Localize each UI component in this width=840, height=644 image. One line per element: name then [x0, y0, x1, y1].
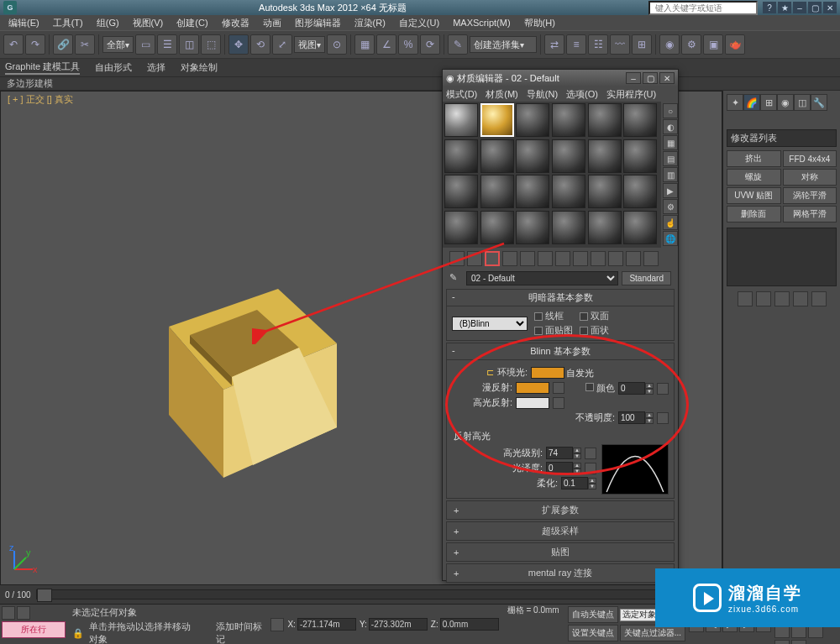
sample-slot[interactable]	[444, 103, 478, 137]
link-icon[interactable]: 🔗	[53, 34, 73, 55]
mod-uvwmap-button[interactable]: UVW 贴图	[727, 187, 781, 204]
scale-icon[interactable]: ⤢	[272, 34, 292, 55]
glossiness-spinner[interactable]: ▲▼	[546, 462, 581, 474]
video-color-icon[interactable]: ▥	[663, 167, 678, 182]
sample-slot[interactable]	[444, 139, 478, 173]
reset-map-icon[interactable]	[502, 251, 517, 266]
mod-extrude-button[interactable]: 挤出	[727, 150, 781, 167]
script-mini-icon[interactable]	[2, 606, 15, 620]
tab-objectpaint[interactable]: 对象绘制	[181, 61, 218, 74]
sample-slot[interactable]	[516, 139, 549, 173]
sample-slot[interactable]	[552, 139, 585, 173]
background-icon[interactable]: ▦	[663, 135, 678, 150]
selfillum-map-slot[interactable]	[657, 383, 669, 395]
dialog-minimize-button[interactable]: –	[626, 72, 641, 84]
facemap-checkbox[interactable]: 面贴图	[534, 324, 573, 337]
sample-slot[interactable]	[588, 175, 622, 208]
sample-slot[interactable]	[516, 175, 549, 208]
select-by-mat-icon[interactable]: ☝	[663, 215, 678, 230]
menu-edit[interactable]: 编辑(E)	[3, 17, 45, 29]
make-unique-icon[interactable]	[538, 251, 553, 266]
put-to-library-icon[interactable]	[555, 251, 570, 266]
manage-sets-icon[interactable]: ✎	[448, 34, 468, 55]
autokey-button[interactable]: 自动关键点	[568, 606, 618, 623]
named-selection-combo[interactable]: 创建选择集 ▾	[470, 36, 537, 53]
maximize-button[interactable]: ▢	[808, 2, 822, 13]
sample-slot[interactable]	[480, 175, 514, 208]
rollout-extended[interactable]: +扩展参数	[446, 500, 675, 520]
script-rec-icon[interactable]	[17, 606, 30, 620]
sample-slot[interactable]	[623, 211, 657, 244]
unlink-icon[interactable]: ✂	[75, 34, 95, 55]
dialog-maximize-button[interactable]: ▢	[643, 72, 658, 84]
time-track[interactable]	[36, 589, 717, 599]
mod-ffd-button[interactable]: FFD 4x4x4	[783, 150, 837, 167]
move-icon[interactable]: ✥	[228, 34, 249, 55]
time-slider-head[interactable]	[37, 589, 52, 602]
align-icon[interactable]: ≡	[566, 34, 586, 55]
options-icon[interactable]: ⚙	[663, 199, 678, 214]
sample-slot[interactable]	[588, 139, 622, 173]
sample-slot[interactable]	[552, 211, 585, 244]
pin-stack-icon[interactable]	[738, 291, 753, 306]
viewport-label[interactable]: [ + ] 正交 [] 真实	[8, 93, 73, 106]
ambient-color-swatch[interactable]	[531, 367, 564, 379]
schematic-icon[interactable]: ⊞	[632, 34, 652, 55]
motion-tab-icon[interactable]: ◉	[777, 94, 794, 111]
soften-spinner[interactable]: ▲▼	[561, 477, 596, 490]
tab-graphite[interactable]: Graphite 建模工具	[5, 60, 80, 75]
make-copy-icon[interactable]	[520, 251, 535, 266]
time-slider[interactable]: 0 / 100	[0, 585, 722, 604]
render-icon[interactable]: 🫖	[725, 34, 745, 55]
coord-z-input[interactable]	[440, 618, 499, 631]
get-material-icon[interactable]	[449, 251, 465, 266]
menu-customize[interactable]: 自定义(U)	[394, 17, 444, 29]
rollout-supersampling[interactable]: +超级采样	[446, 521, 675, 541]
sample-slot[interactable]	[623, 175, 657, 208]
sample-type-icon[interactable]: ○	[663, 103, 678, 118]
menu-view[interactable]: 视图(V)	[128, 17, 169, 29]
pick-material-icon[interactable]: ✎	[449, 272, 463, 285]
backlight-icon[interactable]: ◐	[663, 119, 678, 134]
speclevel-spinner[interactable]: ▲▼	[546, 447, 581, 459]
sample-slot[interactable]	[444, 175, 478, 208]
rollout-shader-header[interactable]: -明暗器基本参数	[447, 290, 674, 306]
modify-tab-icon[interactable]: 🌈	[743, 94, 760, 111]
menu-group[interactable]: 组(G)	[92, 17, 124, 29]
shader-type-combo[interactable]: (B)Blinn	[452, 317, 528, 331]
mat-map-nav-icon[interactable]: 🌐	[663, 231, 678, 246]
ambient-lock-icon[interactable]: ⊏	[486, 367, 494, 378]
me-menu-navigation[interactable]: 导航(N)	[527, 88, 558, 101]
wire-checkbox[interactable]: 线框	[534, 310, 573, 322]
material-name-combo[interactable]: 02 - Default	[466, 271, 618, 285]
opacity-map-slot[interactable]	[657, 412, 669, 424]
specular-color-swatch[interactable]	[516, 397, 549, 409]
menu-create[interactable]: 创建(C)	[171, 17, 213, 29]
close-button[interactable]: ✕	[823, 2, 837, 13]
diffuse-map-slot[interactable]	[553, 382, 564, 394]
sample-slot[interactable]	[623, 103, 657, 137]
selection-filter-combo[interactable]: 全部 ▾	[102, 36, 134, 53]
go-sibling-icon[interactable]	[643, 251, 659, 266]
sample-slot[interactable]	[623, 139, 657, 173]
menu-animation[interactable]: 动画	[258, 17, 286, 29]
setkey-button[interactable]: 设置关键点	[568, 625, 618, 641]
orbit-icon[interactable]	[774, 640, 790, 644]
mod-twist-button[interactable]: 螺旋	[727, 169, 781, 186]
specular-map-slot[interactable]	[553, 397, 564, 409]
rollout-mentalray[interactable]: +mental ray 连接	[446, 563, 675, 583]
sample-slot[interactable]	[588, 211, 622, 244]
opacity-spinner[interactable]: ▲▼	[618, 411, 654, 424]
menu-maxscript[interactable]: MAXScript(M)	[448, 18, 515, 28]
sample-slot-active[interactable]	[480, 103, 514, 137]
go-parent-icon[interactable]	[626, 251, 641, 266]
percent-snap-icon[interactable]: %	[398, 34, 418, 55]
render-frame-icon[interactable]: ▣	[703, 34, 723, 55]
mod-meshsmooth-button[interactable]: 网格平滑	[783, 206, 837, 223]
show-end-result-icon[interactable]	[608, 251, 623, 266]
goto-line-button[interactable]: 所在行	[2, 621, 66, 638]
select-region-icon[interactable]: ◫	[179, 34, 199, 55]
mirror-icon[interactable]: ⇄	[544, 34, 564, 55]
unique-icon[interactable]	[774, 291, 790, 306]
selfillum-color-checkbox[interactable]: 颜色	[585, 382, 615, 395]
